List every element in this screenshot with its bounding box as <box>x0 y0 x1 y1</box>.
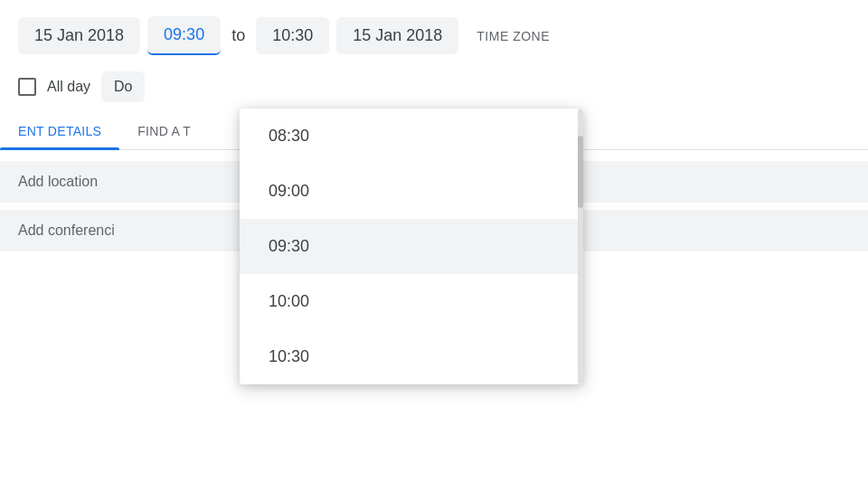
datetime-bar: 15 Jan 2018 09:30 to 10:30 15 Jan 2018 T… <box>0 0 868 64</box>
time-option-0830[interactable]: 08:30 <box>240 109 583 164</box>
time-option-1000[interactable]: 10:00 <box>240 274 583 329</box>
dropdown-scrollbar[interactable] <box>578 109 583 384</box>
allday-checkbox[interactable] <box>18 78 36 96</box>
time-option-0900[interactable]: 09:00 <box>240 164 583 219</box>
time-separator: to <box>228 26 249 45</box>
time-option-0930[interactable]: 09:30 <box>240 219 583 274</box>
tab-event-details[interactable]: ENT DETAILS <box>0 113 119 149</box>
time-dropdown: 08:30 09:00 09:30 10:00 10:30 <box>240 109 583 384</box>
start-date-chip[interactable]: 15 Jan 2018 <box>18 17 140 54</box>
timezone-button[interactable]: TIME ZONE <box>466 20 561 52</box>
allday-row: All day Do <box>0 64 868 109</box>
start-time-chip[interactable]: 09:30 <box>147 16 221 55</box>
dropdown-scrollbar-thumb <box>578 136 583 208</box>
add-location-label: Add location <box>18 174 98 190</box>
time-option-1030[interactable]: 10:30 <box>240 329 583 384</box>
tab-find-time[interactable]: FIND A T <box>119 113 209 149</box>
add-conferencing-label: Add conferenci <box>18 222 115 239</box>
end-date-chip[interactable]: 15 Jan 2018 <box>336 17 458 54</box>
do-chip[interactable]: Do <box>101 71 145 102</box>
allday-label: All day <box>47 79 90 95</box>
end-time-chip[interactable]: 10:30 <box>256 17 329 54</box>
